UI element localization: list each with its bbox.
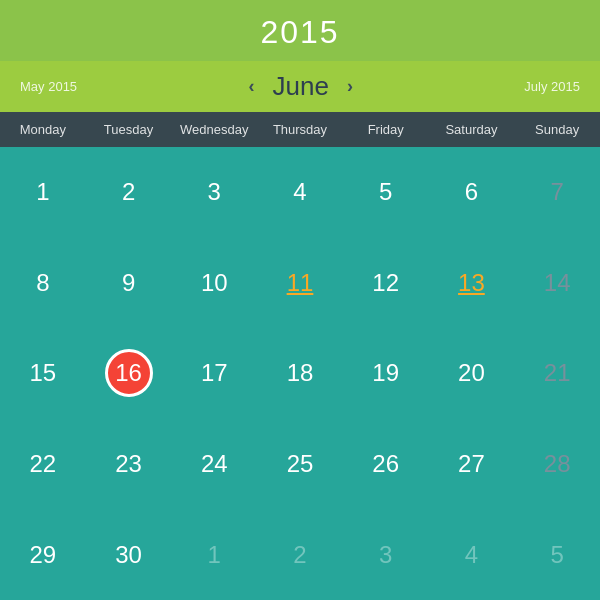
day-number: 1 bbox=[190, 531, 238, 579]
day-number: 4 bbox=[276, 168, 324, 216]
day-number: 2 bbox=[105, 168, 153, 216]
day-cell[interactable]: 20 bbox=[429, 328, 515, 419]
weekday-label: Tuesday bbox=[86, 112, 172, 147]
day-cell[interactable]: 4 bbox=[429, 509, 515, 600]
day-number: 28 bbox=[533, 440, 581, 488]
weekday-label: Friday bbox=[343, 112, 429, 147]
day-cell[interactable]: 18 bbox=[257, 328, 343, 419]
day-number: 24 bbox=[190, 440, 238, 488]
day-number: 25 bbox=[276, 440, 324, 488]
day-number: 4 bbox=[447, 531, 495, 579]
day-number: 12 bbox=[362, 259, 410, 307]
calendar: 2015 May 2015 ‹ June › July 2015 MondayT… bbox=[0, 0, 600, 600]
day-number: 10 bbox=[190, 259, 238, 307]
year-label: 2015 bbox=[260, 14, 339, 50]
year-header: 2015 bbox=[0, 0, 600, 61]
day-cell[interactable]: 6 bbox=[429, 147, 515, 238]
day-number: 15 bbox=[19, 349, 67, 397]
day-number: 6 bbox=[447, 168, 495, 216]
day-cell[interactable]: 3 bbox=[171, 147, 257, 238]
day-cell[interactable]: 14 bbox=[514, 238, 600, 329]
weekday-label: Thursday bbox=[257, 112, 343, 147]
prev-arrow[interactable]: ‹ bbox=[249, 76, 255, 97]
day-number: 8 bbox=[19, 259, 67, 307]
day-number: 16 bbox=[105, 349, 153, 397]
day-cell[interactable]: 30 bbox=[86, 509, 172, 600]
day-cell[interactable]: 7 bbox=[514, 147, 600, 238]
day-cell[interactable]: 12 bbox=[343, 238, 429, 329]
day-number: 14 bbox=[533, 259, 581, 307]
day-number: 5 bbox=[362, 168, 410, 216]
day-number: 20 bbox=[447, 349, 495, 397]
day-cell[interactable]: 5 bbox=[343, 147, 429, 238]
day-number: 2 bbox=[276, 531, 324, 579]
month-name: June bbox=[273, 71, 329, 102]
days-grid: 1234567891011121314151617181920212223242… bbox=[0, 147, 600, 600]
day-cell[interactable]: 4 bbox=[257, 147, 343, 238]
day-cell[interactable]: 15 bbox=[0, 328, 86, 419]
weekday-label: Monday bbox=[0, 112, 86, 147]
day-number: 3 bbox=[190, 168, 238, 216]
month-nav: May 2015 ‹ June › July 2015 bbox=[0, 61, 600, 112]
day-number: 5 bbox=[533, 531, 581, 579]
day-cell[interactable]: 29 bbox=[0, 509, 86, 600]
day-cell[interactable]: 2 bbox=[86, 147, 172, 238]
day-number: 26 bbox=[362, 440, 410, 488]
day-cell[interactable]: 2 bbox=[257, 509, 343, 600]
day-number: 18 bbox=[276, 349, 324, 397]
day-number: 22 bbox=[19, 440, 67, 488]
weekday-label: Saturday bbox=[429, 112, 515, 147]
day-number: 21 bbox=[533, 349, 581, 397]
next-arrow[interactable]: › bbox=[347, 76, 353, 97]
day-number: 13 bbox=[447, 259, 495, 307]
day-number: 1 bbox=[19, 168, 67, 216]
month-center: ‹ June › bbox=[249, 71, 353, 102]
day-number: 27 bbox=[447, 440, 495, 488]
weekday-label: Wednesday bbox=[171, 112, 257, 147]
day-cell[interactable]: 9 bbox=[86, 238, 172, 329]
day-cell[interactable]: 10 bbox=[171, 238, 257, 329]
next-month-label: July 2015 bbox=[524, 79, 580, 94]
day-cell[interactable]: 11 bbox=[257, 238, 343, 329]
day-cell[interactable]: 24 bbox=[171, 419, 257, 510]
day-number: 29 bbox=[19, 531, 67, 579]
day-cell[interactable]: 26 bbox=[343, 419, 429, 510]
day-cell[interactable]: 3 bbox=[343, 509, 429, 600]
day-cell[interactable]: 23 bbox=[86, 419, 172, 510]
day-cell[interactable]: 8 bbox=[0, 238, 86, 329]
day-cell[interactable]: 5 bbox=[514, 509, 600, 600]
prev-month-label: May 2015 bbox=[20, 79, 77, 94]
day-number: 19 bbox=[362, 349, 410, 397]
day-cell[interactable]: 22 bbox=[0, 419, 86, 510]
day-cell[interactable]: 25 bbox=[257, 419, 343, 510]
day-number: 17 bbox=[190, 349, 238, 397]
day-cell[interactable]: 27 bbox=[429, 419, 515, 510]
day-cell[interactable]: 13 bbox=[429, 238, 515, 329]
weekdays-header: MondayTuesdayWednesdayThursdayFridaySatu… bbox=[0, 112, 600, 147]
weekday-label: Sunday bbox=[514, 112, 600, 147]
day-number: 7 bbox=[533, 168, 581, 216]
day-cell[interactable]: 1 bbox=[0, 147, 86, 238]
day-cell[interactable]: 21 bbox=[514, 328, 600, 419]
day-number: 3 bbox=[362, 531, 410, 579]
day-cell[interactable]: 16 bbox=[86, 328, 172, 419]
day-number: 30 bbox=[105, 531, 153, 579]
day-cell[interactable]: 1 bbox=[171, 509, 257, 600]
day-cell[interactable]: 19 bbox=[343, 328, 429, 419]
day-number: 9 bbox=[105, 259, 153, 307]
day-number: 11 bbox=[276, 259, 324, 307]
day-cell[interactable]: 28 bbox=[514, 419, 600, 510]
day-cell[interactable]: 17 bbox=[171, 328, 257, 419]
day-number: 23 bbox=[105, 440, 153, 488]
